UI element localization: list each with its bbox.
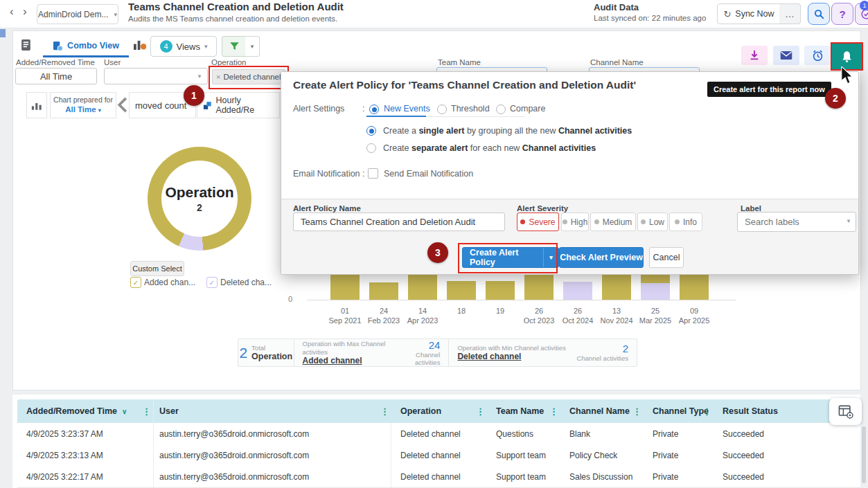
table-scrollbar[interactable] [862, 426, 866, 483]
max-caption: Operation with Max Channel activities [303, 340, 396, 356]
chart-period-selector[interactable]: Chart prepared for All Time ▾ [50, 92, 116, 118]
total-label: Total [251, 344, 292, 352]
severity-low[interactable]: Low [637, 213, 668, 231]
radio-single-alert[interactable] [366, 126, 376, 136]
radio-compare-label[interactable]: Compare [510, 104, 545, 114]
column-settings-button[interactable] [829, 398, 862, 425]
colon: : [362, 169, 364, 179]
back-icon[interactable]: ‹ [10, 5, 14, 19]
radio-new-events[interactable] [369, 105, 379, 114]
separate-alert-option-label[interactable]: Create separate alert for each new Chann… [383, 143, 596, 153]
check-alert-preview-button[interactable]: Check Alert Preview [559, 247, 644, 268]
bar-segment [408, 275, 437, 300]
table-header-row: Added/Removed Time ∨ ⋮ User⋮ Operation⋮ … [17, 399, 860, 423]
send-email-checkbox[interactable] [368, 168, 378, 179]
max-operation-link[interactable]: Added channel [303, 356, 396, 365]
radio-new-events-label[interactable]: New Events [384, 104, 430, 114]
combo-view-icon [53, 41, 63, 51]
chart-type-button[interactable] [26, 92, 47, 118]
policy-name-input[interactable] [293, 213, 505, 231]
max-unit: Channel activities [396, 351, 440, 367]
table-row[interactable]: 4/9/2025 3:23:13 AMaustin.terry@o365droi… [17, 444, 860, 467]
chart-period-caption: Chart prepared for [53, 96, 113, 105]
select-caret-icon: ▼ [197, 73, 202, 80]
operation-donut-chart[interactable]: Operation 2 [148, 147, 251, 251]
user-filter-dropdown[interactable]: ▼ [104, 68, 208, 84]
severity-info[interactable]: Info [669, 213, 702, 231]
more-options-button[interactable]: … [779, 3, 801, 24]
email-button[interactable] [773, 46, 799, 65]
min-operation-link[interactable]: Deleted channel [457, 352, 565, 361]
download-button[interactable] [741, 46, 768, 65]
label-search-input[interactable] [737, 212, 856, 232]
callout-step-1: 1 [184, 85, 204, 106]
operation-filter-chip[interactable]: × Deleted channel [212, 69, 285, 84]
column-header-team[interactable]: Team Name⋮ [487, 399, 560, 423]
funnel-icon [229, 42, 240, 52]
column-menu-icon[interactable]: ⋮ [549, 406, 558, 417]
bar-segment [524, 275, 553, 300]
radio-threshold[interactable] [437, 105, 447, 114]
notification-badge: 1 [860, 1, 868, 10]
chart-tabs-scroll-left[interactable] [117, 96, 127, 116]
download-icon [749, 50, 760, 61]
radio-separate-alert[interactable] [366, 143, 376, 153]
column-menu-icon[interactable]: ⋮ [476, 406, 485, 417]
x-axis-label: 09Apr 2025 [663, 307, 725, 326]
select-caret-icon: ▼ [846, 218, 851, 224]
side-panel-handle[interactable] [0, 29, 6, 37]
table-row[interactable]: 4/9/2025 3:22:17 AMaustin.terry@o365droi… [17, 466, 860, 488]
column-menu-icon[interactable]: ⋮ [702, 406, 711, 417]
sort-down-icon[interactable]: ∨ [122, 408, 127, 415]
column-menu-icon[interactable]: ⋮ [632, 406, 641, 417]
column-header-operation[interactable]: Operation⋮ [391, 399, 487, 423]
chart-view-icon[interactable] [133, 39, 146, 53]
bar-segment [486, 281, 515, 300]
filter-label-user: User [104, 58, 121, 66]
column-menu-icon[interactable]: ⋮ [142, 406, 151, 417]
bar-segment [602, 275, 631, 300]
tab-combo-view[interactable]: Combo View [43, 36, 129, 57]
time-filter-input[interactable]: All Time [15, 68, 97, 84]
min-unit: Channel activities [577, 354, 628, 362]
table-row[interactable]: 4/9/2025 3:23:37 AMaustin.terry@o365droi… [17, 423, 860, 445]
page-subtitle: Audits the MS Teams channel creation and… [128, 15, 337, 23]
time-filter-value: All Time [40, 71, 72, 82]
workspace-selector[interactable]: AdminDroid Dem... ▾ [37, 4, 118, 24]
schedule-button[interactable] [804, 46, 831, 65]
severity-high[interactable]: High [561, 213, 589, 231]
column-header-channel[interactable]: Channel Name⋮ [560, 399, 644, 423]
policy-name-label: Alert Policy Name [293, 204, 361, 213]
stacked-chart-icon [203, 101, 212, 110]
remove-chip-icon[interactable]: × [216, 73, 220, 81]
severity-medium[interactable]: Medium [590, 213, 636, 231]
report-view-icon[interactable] [21, 39, 33, 55]
send-email-label[interactable]: Send Email Notification [384, 169, 473, 179]
sync-now-label: Sync Now [735, 9, 774, 19]
summary-total: 2 Total Operation [238, 339, 294, 366]
single-alert-option-label[interactable]: Create a single alert by grouping all th… [383, 126, 632, 136]
tab-hourly-added-removed[interactable]: Hourly Added/Re [197, 92, 280, 118]
views-dropdown[interactable]: 4 Views ▾ [150, 36, 217, 57]
radio-compare[interactable] [496, 105, 506, 114]
max-value: 24 [396, 339, 440, 351]
column-menu-icon[interactable]: ⋮ [380, 406, 389, 417]
help-button[interactable]: ? [831, 3, 853, 25]
severity-severe[interactable]: Severe [517, 213, 559, 231]
cancel-button[interactable]: Cancel [649, 247, 684, 268]
column-header-channel-type[interactable]: Channel Type⋮ [644, 399, 714, 423]
forward-icon[interactable]: › [23, 5, 27, 19]
filter-label-team: Team Name [438, 58, 481, 66]
custom-select-button[interactable]: Custom Select [130, 261, 184, 276]
operation-chip-label: Deleted channel [223, 73, 281, 81]
search-button[interactable] [808, 3, 830, 25]
radio-threshold-label[interactable]: Threshold [451, 104, 490, 114]
column-header-time[interactable]: Added/Removed Time ∨ ⋮ [17, 399, 154, 423]
create-alert-policy-dialog: Create Alert Policy for 'Teams Channel C… [281, 71, 859, 275]
email-notification-label: Email Notification [293, 169, 360, 179]
filter-button[interactable] [222, 36, 247, 57]
tab-hourly-label: Hourly Added/Re [216, 96, 279, 115]
filter-dropdown-button[interactable]: ▾ [245, 36, 260, 57]
sync-now-button[interactable]: ↻ Sync Now [717, 3, 781, 24]
column-header-user[interactable]: User⋮ [154, 399, 391, 423]
